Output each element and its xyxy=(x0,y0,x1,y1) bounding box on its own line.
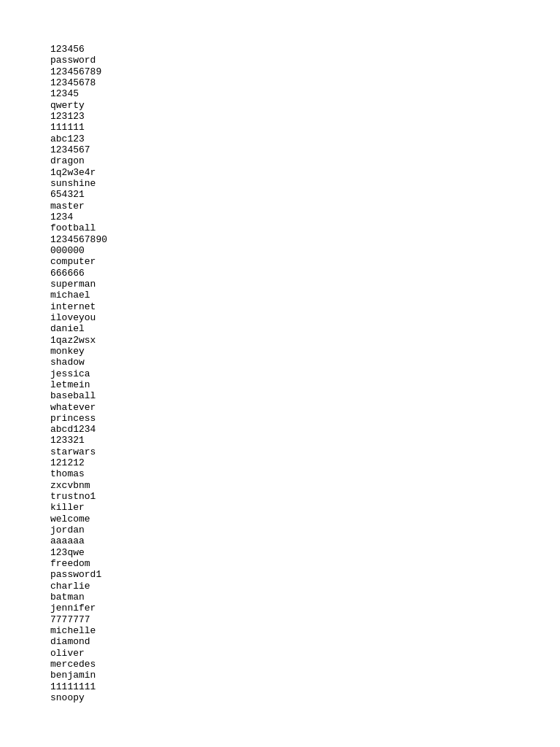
list-item: dragon xyxy=(50,155,560,166)
list-item: trustno1 xyxy=(50,491,560,502)
list-item: michael xyxy=(50,290,560,301)
list-item: 1234567890 xyxy=(50,234,560,245)
list-item: starwars xyxy=(50,446,560,457)
list-item: 000000 xyxy=(50,245,560,256)
list-item: whatever xyxy=(50,402,560,413)
list-item: letmein xyxy=(50,379,560,390)
list-item: jennifer xyxy=(50,603,560,614)
list-item: computer xyxy=(50,256,560,267)
list-item: superman xyxy=(50,279,560,290)
list-item: qwerty xyxy=(50,100,560,111)
list-item: jessica xyxy=(50,368,560,379)
list-item: charlie xyxy=(50,581,560,592)
list-item: password xyxy=(50,55,560,66)
list-item: sunshine xyxy=(50,178,560,189)
list-item: password1 xyxy=(50,569,560,580)
list-item: 123321 xyxy=(50,435,560,446)
list-item: 1q2w3e4r xyxy=(50,167,560,178)
list-item: monkey xyxy=(50,346,560,357)
list-item: 12345678 xyxy=(50,77,560,88)
list-item: mercedes xyxy=(50,659,560,670)
list-item: 123456789 xyxy=(50,66,560,77)
list-item: 7777777 xyxy=(50,614,560,625)
list-item: baseball xyxy=(50,390,560,401)
list-item: abcd1234 xyxy=(50,424,560,435)
list-item: 123123 xyxy=(50,111,560,122)
list-item: 1234 xyxy=(50,212,560,222)
list-item: michelle xyxy=(50,625,560,636)
list-item: welcome xyxy=(50,514,560,525)
list-item: jordan xyxy=(50,525,560,535)
list-item: zxcvbnm xyxy=(50,480,560,491)
password-list: 123456password1234567891234567812345qwer… xyxy=(50,44,560,703)
list-item: 123456 xyxy=(50,44,560,55)
list-item: 1234567 xyxy=(50,144,560,155)
list-item: oliver xyxy=(50,648,560,659)
list-item: diamond xyxy=(50,636,560,647)
list-item: 121212 xyxy=(50,457,560,468)
list-item: 11111111 xyxy=(50,681,560,692)
list-item: 1qaz2wsx xyxy=(50,335,560,346)
list-item: snoopy xyxy=(50,692,560,703)
list-item: master xyxy=(50,201,560,212)
list-item: 111111 xyxy=(50,122,560,133)
list-item: batman xyxy=(50,592,560,603)
list-item: abc123 xyxy=(50,133,560,144)
list-item: 654321 xyxy=(50,189,560,200)
list-item: thomas xyxy=(50,468,560,479)
list-item: internet xyxy=(50,301,560,312)
list-item: 123qwe xyxy=(50,547,560,558)
list-item: daniel xyxy=(50,323,560,334)
list-item: aaaaaa xyxy=(50,535,560,546)
list-item: shadow xyxy=(50,357,560,368)
list-item: 12345 xyxy=(50,88,560,99)
list-item: freedom xyxy=(50,558,560,569)
list-item: princess xyxy=(50,413,560,424)
list-item: football xyxy=(50,222,560,233)
list-item: iloveyou xyxy=(50,312,560,323)
list-item: killer xyxy=(50,502,560,513)
list-item: 666666 xyxy=(50,268,560,279)
list-item: benjamin xyxy=(50,670,560,681)
